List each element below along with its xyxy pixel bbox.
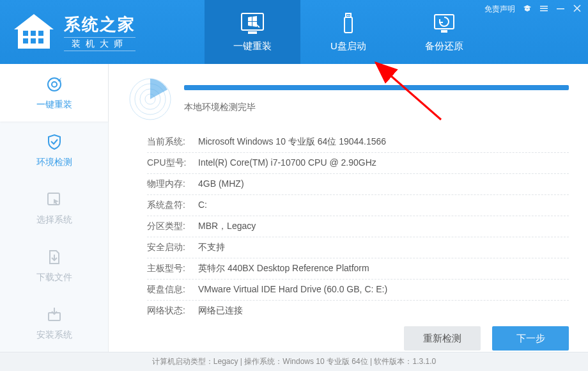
- download-file-icon: [45, 248, 64, 267]
- next-button[interactable]: 下一步: [492, 326, 569, 351]
- info-label: 安全启动:: [147, 242, 198, 253]
- svg-rect-7: [248, 31, 257, 34]
- info-row: 主板型号:英特尔 440BX Desktop Reference Platfor…: [147, 258, 569, 280]
- main-content: 本地环境检测完毕 当前系统:Microsoft Windows 10 专业版 6…: [109, 64, 588, 352]
- app-subtitle: 装机大师: [64, 37, 135, 51]
- info-row: 硬盘信息:VMware Virtual IDE Hard Drive (60.0…: [147, 280, 569, 301]
- disclaimer-link[interactable]: 免责声明: [484, 4, 515, 15]
- info-value: 4GB (MHZ): [198, 178, 244, 190]
- info-label: 分区类型:: [147, 221, 198, 232]
- titlebar-controls: 免责声明: [484, 4, 582, 15]
- house-logo-icon: [12, 13, 56, 51]
- info-label: 主板型号:: [147, 263, 198, 274]
- logo-area: 系统之家 装机大师: [0, 0, 205, 64]
- status-bar: 计算机启动类型：Legacy | 操作系统：Windows 10 专业版 64位…: [0, 352, 588, 371]
- info-label: CPU型号:: [147, 157, 198, 169]
- tab-label: 一键重装: [233, 40, 272, 52]
- info-row: CPU型号:Intel(R) Core(TM) i7-10700 CPU @ 2…: [147, 153, 569, 174]
- sidebar-label: 选择系统: [36, 214, 72, 226]
- close-button[interactable]: [573, 4, 582, 15]
- info-value: 网络已连接: [198, 305, 243, 317]
- sidebar: 一键重装 环境检测 选择系统 下载文件 安装系统: [0, 64, 109, 352]
- info-value: C:: [198, 200, 207, 211]
- scan-status-text: 本地环境检测完毕: [184, 102, 569, 113]
- info-value: Microsoft Windows 10 专业版 64位 19044.1566: [198, 136, 386, 148]
- progress-bar: [184, 85, 569, 90]
- usb-drive-icon: [335, 12, 362, 35]
- sidebar-label: 下载文件: [36, 272, 72, 283]
- tab-label: U盘启动: [330, 40, 366, 52]
- sidebar-item-download[interactable]: 下载文件: [0, 237, 108, 294]
- info-row: 系统盘符:C:: [147, 195, 569, 216]
- sidebar-label: 一键重装: [36, 99, 72, 111]
- svg-rect-5: [38, 38, 43, 43]
- tab-reinstall[interactable]: 一键重装: [205, 0, 300, 64]
- svg-rect-8: [344, 17, 352, 33]
- header: 系统之家 装机大师 一键重装 U盘启动 备份还原 免责声明: [0, 0, 588, 64]
- info-row: 分区类型:MBR，Legacy: [147, 216, 569, 237]
- sidebar-item-env-check[interactable]: 环境检测: [0, 122, 108, 179]
- info-value: Intel(R) Core(TM) i7-10700 CPU @ 2.90GHz: [198, 157, 376, 169]
- tab-backup-restore[interactable]: 备份还原: [396, 0, 492, 64]
- info-value: 不支持: [198, 242, 225, 253]
- graduation-icon[interactable]: [523, 4, 532, 15]
- svg-rect-13: [441, 30, 447, 33]
- svg-rect-4: [31, 38, 36, 43]
- target-icon: [45, 75, 64, 94]
- svg-rect-16: [540, 10, 548, 12]
- svg-rect-0: [23, 31, 28, 36]
- sidebar-item-reinstall[interactable]: 一键重装: [0, 64, 108, 122]
- radar-scan-icon: [128, 77, 173, 122]
- info-row: 物理内存:4GB (MHZ): [147, 174, 569, 195]
- info-value: MBR，Legacy: [198, 221, 256, 232]
- svg-rect-10: [347, 15, 348, 16]
- info-value: VMware Virtual IDE Hard Drive (60.0 GB, …: [198, 284, 387, 296]
- info-value: 英特尔 440BX Desktop Reference Platform: [198, 263, 369, 274]
- svg-rect-15: [540, 8, 548, 10]
- info-row: 安全启动:不支持: [147, 237, 569, 258]
- sidebar-label: 安装系统: [36, 329, 72, 341]
- app-title: 系统之家: [64, 13, 135, 36]
- svg-rect-3: [23, 38, 28, 43]
- svg-point-19: [52, 82, 57, 87]
- sidebar-label: 环境检测: [36, 157, 72, 168]
- windows-install-icon: [239, 12, 266, 35]
- info-label: 硬盘信息:: [147, 284, 198, 296]
- svg-rect-9: [346, 13, 351, 17]
- svg-rect-14: [540, 6, 548, 7]
- tab-label: 备份还原: [425, 40, 463, 52]
- sidebar-item-select-system[interactable]: 选择系统: [0, 179, 108, 237]
- install-box-icon: [45, 305, 64, 324]
- svg-rect-1: [31, 31, 36, 36]
- info-row: 网络状态:网络已连接: [147, 301, 569, 321]
- svg-rect-2: [38, 31, 43, 36]
- info-label: 物理内存:: [147, 178, 198, 190]
- footer-text: 计算机启动类型：Legacy | 操作系统：Windows 10 专业版 64位…: [152, 356, 436, 367]
- rescan-button[interactable]: 重新检测: [404, 326, 481, 351]
- sidebar-item-install[interactable]: 安装系统: [0, 294, 108, 352]
- shield-check-icon: [45, 132, 64, 152]
- tab-usb-boot[interactable]: U盘启动: [300, 0, 396, 64]
- info-label: 系统盘符:: [147, 200, 198, 211]
- svg-rect-11: [349, 15, 350, 16]
- info-label: 网络状态:: [147, 305, 198, 317]
- info-row: 当前系统:Microsoft Windows 10 专业版 64位 19044.…: [147, 132, 569, 153]
- svg-rect-17: [557, 8, 564, 10]
- cursor-box-icon: [45, 190, 64, 209]
- info-label: 当前系统:: [147, 136, 198, 148]
- menu-icon[interactable]: [539, 4, 548, 15]
- backup-restore-icon: [431, 12, 458, 35]
- system-info-list: 当前系统:Microsoft Windows 10 专业版 64位 19044.…: [128, 132, 569, 321]
- minimize-button[interactable]: [556, 4, 565, 15]
